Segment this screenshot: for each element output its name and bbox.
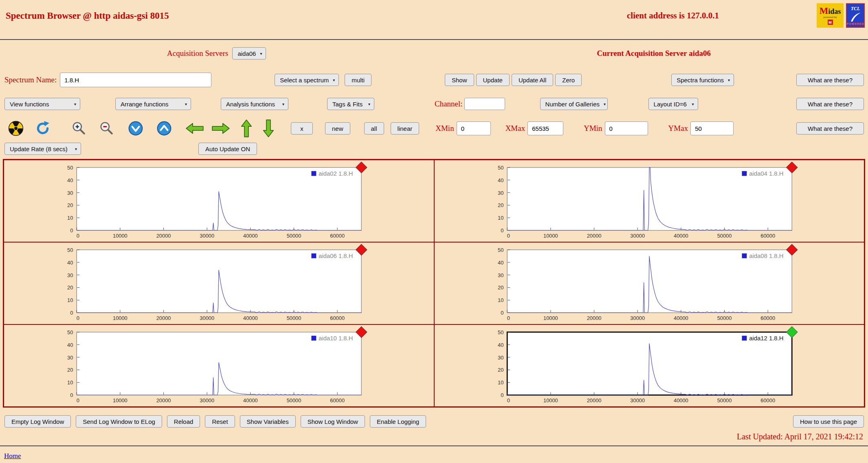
show-button[interactable]: Show: [445, 74, 474, 86]
channel-input[interactable]: [464, 98, 505, 110]
what-are-these-button-3[interactable]: What are these?: [796, 122, 864, 134]
radiation-icon[interactable]: [8, 121, 24, 136]
arrow-up-icon[interactable]: [240, 119, 253, 137]
x-tick-label: 10000: [543, 315, 558, 321]
x-tick-label: 50000: [287, 315, 301, 321]
spectrum-panel-aida10[interactable]: 0102030405001000020000300004000050000600…: [4, 324, 434, 407]
tags-fits-dropdown[interactable]: Tags & Fits ▾: [327, 98, 374, 110]
select-spectrum-dropdown[interactable]: Select a spectrum ▾: [275, 74, 339, 86]
show-variables-button[interactable]: Show Variables: [240, 415, 296, 428]
chevron-down-icon: ▾: [185, 102, 187, 106]
zoom-out-icon[interactable]: [99, 121, 114, 136]
reset-button[interactable]: Reset: [205, 415, 235, 428]
tcl-powered-text: POWERED: [846, 22, 864, 25]
what-are-these-button-1[interactable]: What are these?: [796, 74, 864, 86]
plot-area: [77, 250, 361, 313]
y-tick-label: 40: [67, 260, 73, 266]
x-tick-label: 60000: [330, 233, 345, 239]
legend-swatch: [742, 171, 747, 176]
chevron-down-icon: ▾: [728, 78, 730, 82]
spectrum-panel-aida04[interactable]: 0102030405001000020000300004000050000600…: [434, 160, 865, 242]
spectra-functions-dropdown[interactable]: Spectra functions ▾: [671, 74, 734, 86]
refresh-icon[interactable]: [35, 121, 51, 136]
chevron-down-icon: ▾: [692, 102, 694, 106]
view-functions-dropdown[interactable]: View functions ▾: [4, 98, 80, 110]
midas-logo[interactable]: Midas powered by M: [817, 3, 844, 28]
arrow-right-icon[interactable]: [212, 122, 230, 134]
linear-button[interactable]: linear: [391, 122, 420, 134]
ymax-input[interactable]: [690, 121, 734, 135]
all-button[interactable]: all: [364, 122, 384, 134]
analysis-functions-dropdown[interactable]: Analysis functions ▾: [221, 98, 288, 110]
y-tick-label: 0: [70, 310, 73, 316]
xmin-input[interactable]: [457, 121, 491, 135]
spectrum-panel-aida12[interactable]: 0102030405001000020000300004000050000600…: [434, 324, 865, 407]
y-tick-label: 20: [67, 284, 73, 291]
y-tick-label: 30: [498, 190, 503, 196]
ymin-input[interactable]: [605, 121, 648, 135]
home-link[interactable]: Home: [4, 452, 21, 460]
y-tick-label: 10: [67, 379, 73, 386]
chevron-down-icon: ▾: [260, 51, 262, 56]
x-tick-label: 50000: [717, 397, 732, 403]
update-rate-dropdown[interactable]: Update Rate (8 secs) ▾: [4, 143, 81, 155]
layout-id-dropdown[interactable]: Layout ID=6 ▾: [648, 98, 698, 110]
x-tick-label: 10000: [543, 397, 558, 403]
how-to-use-button[interactable]: How to use this page: [793, 415, 864, 428]
spectrum-panel-aida06[interactable]: 0102030405001000020000300004000050000600…: [4, 242, 434, 324]
reload-button[interactable]: Reload: [167, 415, 200, 428]
header-logos: Midas powered by M TCL POWERED: [817, 3, 865, 28]
chevron-down-icon: ▾: [368, 102, 370, 106]
x-tick-label: 40000: [674, 233, 688, 239]
y-tick-label: 40: [498, 177, 503, 183]
tcl-logo-text: TCL: [851, 6, 860, 12]
xmax-input[interactable]: [527, 121, 563, 135]
x-tick-label: 30000: [200, 397, 214, 403]
x-tick-label: 40000: [243, 233, 258, 239]
spectrum-name-row: Spectrum Name: Select a spectrum ▾ multi…: [0, 72, 868, 88]
y-tick-label: 0: [501, 392, 503, 398]
arrow-down-icon[interactable]: [262, 119, 275, 137]
auto-update-button[interactable]: Auto Update ON: [198, 143, 257, 155]
number-of-galleries-dropdown[interactable]: Number of Galleries ▾: [540, 98, 608, 110]
update-all-button[interactable]: Update All: [512, 74, 553, 86]
new-button[interactable]: new: [325, 122, 350, 134]
y-tick-label: 10: [67, 215, 73, 221]
legend-label: aida10 1.8.H: [319, 335, 353, 342]
log-controls-row: Empty Log Window Send Log Window to ELog…: [0, 415, 868, 428]
acquisition-server-select[interactable]: aida06 ▾: [232, 47, 266, 60]
tcl-powered-logo[interactable]: TCL POWERED: [846, 3, 865, 28]
y-tick-label: 50: [67, 165, 73, 171]
enable-logging-button[interactable]: Enable Logging: [370, 415, 426, 428]
spectrum-panel-aida08[interactable]: 0102030405001000020000300004000050000600…: [434, 242, 865, 324]
y-tick-label: 50: [67, 329, 73, 335]
spectrum-name-input[interactable]: [60, 73, 211, 87]
arrow-left-icon[interactable]: [186, 122, 204, 134]
zero-button[interactable]: Zero: [555, 74, 582, 86]
midas-powered-by-text: powered by: [824, 15, 837, 19]
empty-log-window-button[interactable]: Empty Log Window: [4, 415, 71, 428]
send-log-to-elog-button[interactable]: Send Log Window to ELog: [76, 415, 162, 428]
x-tick-label: 20000: [156, 233, 171, 239]
multi-button[interactable]: multi: [345, 74, 371, 86]
update-button[interactable]: Update: [476, 74, 510, 86]
x-axis-button[interactable]: x: [291, 122, 313, 134]
ymin-label: YMin: [584, 124, 602, 133]
y-tick-label: 10: [67, 297, 73, 303]
x-tick-label: 20000: [587, 397, 601, 403]
x-tick-label: 30000: [630, 233, 645, 239]
client-address: client address is 127.0.0.1: [627, 11, 719, 29]
spectrum-panel-aida02[interactable]: 0102030405001000020000300004000050000600…: [4, 160, 434, 242]
footer-divider: [0, 445, 868, 446]
arrange-functions-dropdown[interactable]: Arrange functions ▾: [115, 98, 191, 110]
x-tick-label: 20000: [587, 233, 601, 239]
circle-arrow-up-icon[interactable]: [156, 121, 172, 136]
circle-arrow-down-icon[interactable]: [128, 121, 143, 136]
what-are-these-button-2[interactable]: What are these?: [796, 98, 864, 110]
show-log-window-button[interactable]: Show Log Window: [301, 415, 365, 428]
xmax-label: XMax: [505, 124, 525, 133]
x-tick-label: 30000: [200, 315, 214, 321]
y-tick-label: 40: [67, 342, 73, 348]
y-tick-label: 20: [498, 367, 503, 373]
zoom-in-icon[interactable]: [71, 121, 86, 136]
